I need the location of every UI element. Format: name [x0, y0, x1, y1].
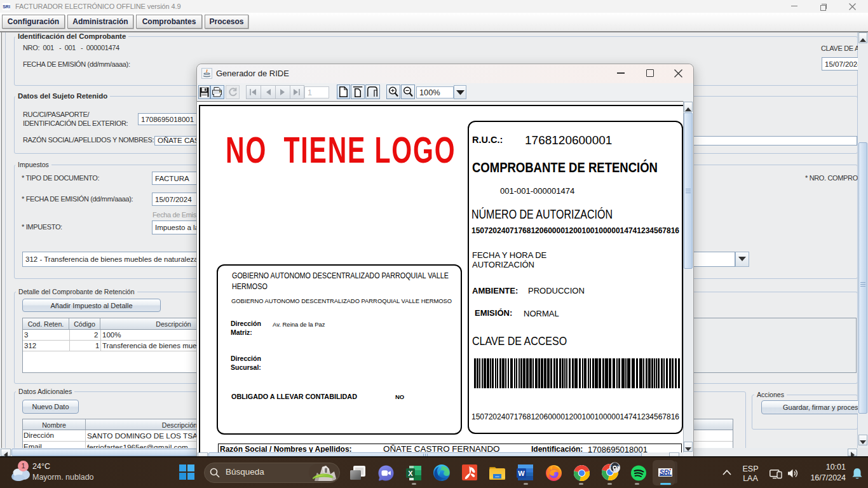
svg-text:W: W	[518, 470, 525, 477]
svg-text:X: X	[408, 470, 413, 477]
